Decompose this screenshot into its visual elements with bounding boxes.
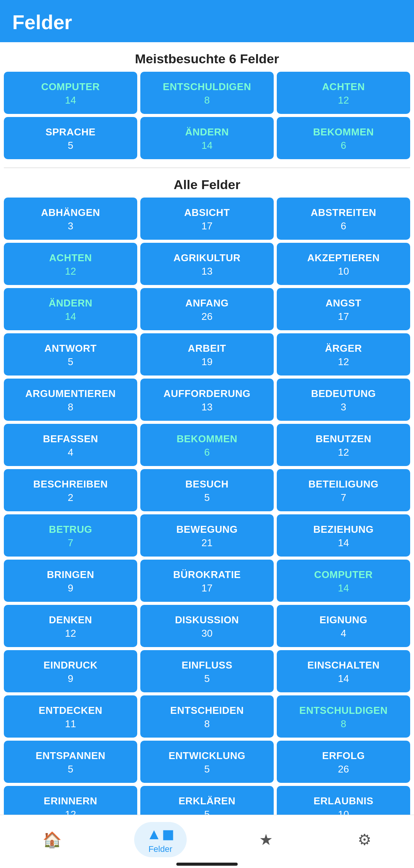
- all-fields-grid: ABHÄNGEN 3 ABSICHT 17 ABSTREITEN 6 ACHTE…: [4, 198, 410, 868]
- nav-favorites[interactable]: ★: [247, 828, 285, 852]
- field-btn[interactable]: ARGUMENTIEREN 8: [4, 379, 137, 421]
- field-label: ARGUMENTIEREN: [25, 388, 116, 400]
- field-btn[interactable]: COMPUTER 14: [277, 560, 410, 602]
- field-count: 5: [68, 140, 73, 152]
- field-count: 26: [338, 763, 349, 775]
- top-field-btn[interactable]: BEKOMMEN 6: [277, 117, 410, 159]
- field-btn[interactable]: ÄNDERN 14: [4, 288, 137, 330]
- field-label: BETEILIGUNG: [308, 478, 378, 490]
- field-btn[interactable]: ENTSCHEIDEN 8: [140, 695, 274, 738]
- field-count: 9: [68, 673, 73, 685]
- field-count: 14: [338, 537, 349, 549]
- field-label: AGRIKULTUR: [174, 252, 241, 264]
- top-section: Meistbesuchte 6 Felder COMPUTER 14 ENTSC…: [0, 42, 414, 163]
- field-btn[interactable]: BETRUG 7: [4, 514, 137, 557]
- field-btn[interactable]: BEZIEHUNG 14: [277, 514, 410, 557]
- field-count: 26: [202, 311, 213, 323]
- field-label: AUFFORDERUNG: [164, 388, 251, 400]
- field-label: BETRUG: [49, 524, 92, 535]
- field-label: EINDRUCK: [43, 659, 97, 671]
- field-label: BEZIEHUNG: [313, 524, 374, 535]
- field-btn[interactable]: DENKEN 12: [4, 605, 137, 647]
- field-btn[interactable]: ENTSPANNEN 5: [4, 741, 137, 783]
- field-count: 6: [204, 446, 210, 458]
- bottom-indicator: [176, 863, 238, 866]
- field-label: ERLAUBNIS: [314, 795, 373, 807]
- nav-felder[interactable]: ▲◼ Felder: [134, 822, 187, 857]
- field-btn[interactable]: BRINGEN 9: [4, 560, 137, 602]
- field-label: ENTSPANNEN: [36, 750, 105, 762]
- field-count: 5: [204, 492, 210, 504]
- field-count: 14: [65, 311, 76, 323]
- field-btn[interactable]: ANGST 17: [277, 288, 410, 330]
- field-btn[interactable]: BETEILIGUNG 7: [277, 469, 410, 511]
- field-btn[interactable]: AGRIKULTUR 13: [140, 243, 274, 285]
- field-btn[interactable]: BÜROKRATIE 17: [140, 560, 274, 602]
- all-section: Alle Felder ABHÄNGEN 3 ABSICHT 17 ABSTRE…: [0, 168, 414, 868]
- field-label: BÜROKRATIE: [173, 569, 241, 581]
- field-count: 4: [68, 446, 73, 458]
- top-field-btn[interactable]: ÄNDERN 14: [140, 117, 274, 159]
- field-btn[interactable]: EIGNUNG 4: [277, 605, 410, 647]
- field-btn[interactable]: DISKUSSION 30: [140, 605, 274, 647]
- field-btn[interactable]: BESUCH 5: [140, 469, 274, 511]
- field-btn[interactable]: ARBEIT 19: [140, 333, 274, 376]
- field-label: COMPUTER: [314, 569, 373, 581]
- field-btn[interactable]: BESCHREIBEN 2: [4, 469, 137, 511]
- field-label: ÄRGER: [325, 343, 362, 354]
- field-btn[interactable]: ABSTREITEN 6: [277, 198, 410, 240]
- field-count: 10: [338, 265, 349, 277]
- field-btn[interactable]: EINSCHALTEN 14: [277, 650, 410, 692]
- field-btn[interactable]: ANTWORT 5: [4, 333, 137, 376]
- field-btn[interactable]: ABSICHT 17: [140, 198, 274, 240]
- field-btn[interactable]: BEWEGUNG 21: [140, 514, 274, 557]
- field-label: ENTSCHULDIGEN: [163, 81, 251, 93]
- field-label: ACHTEN: [49, 252, 92, 264]
- field-btn[interactable]: ENTSCHULDIGEN 8: [277, 695, 410, 738]
- top-section-title: Meistbesuchte 6 Felder: [4, 42, 410, 72]
- top-fields-grid: COMPUTER 14 ENTSCHULDIGEN 8 ACHTEN 12 SP…: [4, 72, 410, 159]
- field-count: 7: [68, 537, 73, 549]
- field-btn[interactable]: ÄRGER 12: [277, 333, 410, 376]
- field-btn[interactable]: AUFFORDERUNG 13: [140, 379, 274, 421]
- bottom-nav: 🏠 ▲◼ Felder ★ ⚙: [0, 815, 414, 868]
- field-label: BRINGEN: [47, 569, 94, 581]
- top-field-btn[interactable]: ACHTEN 12: [277, 72, 410, 114]
- field-label: ERFOLG: [322, 750, 365, 762]
- field-count: 13: [202, 265, 213, 277]
- field-count: 12: [65, 628, 76, 639]
- field-label: ERKLÄREN: [179, 795, 235, 807]
- top-field-btn[interactable]: SPRACHE 5: [4, 117, 137, 159]
- field-label: BEKOMMEN: [313, 126, 374, 138]
- field-btn[interactable]: ABHÄNGEN 3: [4, 198, 137, 240]
- field-label: ENTSCHULDIGEN: [299, 705, 388, 716]
- field-btn[interactable]: AKZEPTIEREN 10: [277, 243, 410, 285]
- field-label: BEKOMMEN: [177, 433, 238, 445]
- field-btn[interactable]: BENUTZEN 12: [277, 424, 410, 466]
- field-btn[interactable]: BEDEUTUNG 3: [277, 379, 410, 421]
- top-field-btn[interactable]: ENTSCHULDIGEN 8: [140, 72, 274, 114]
- field-count: 3: [341, 401, 346, 413]
- field-btn[interactable]: EINDRUCK 9: [4, 650, 137, 692]
- field-btn[interactable]: EINFLUSS 5: [140, 650, 274, 692]
- top-field-btn[interactable]: COMPUTER 14: [4, 72, 137, 114]
- field-label: ENTDECKEN: [39, 705, 102, 716]
- field-btn[interactable]: ACHTEN 12: [4, 243, 137, 285]
- field-count: 17: [202, 220, 213, 232]
- field-count: 6: [341, 140, 346, 152]
- field-count: 14: [338, 582, 349, 594]
- field-count: 12: [65, 265, 76, 277]
- field-count: 17: [338, 311, 349, 323]
- field-count: 30: [202, 628, 213, 639]
- field-count: 14: [202, 140, 213, 152]
- field-btn[interactable]: ERFOLG 26: [277, 741, 410, 783]
- field-label: BEWEGUNG: [176, 524, 238, 535]
- field-btn[interactable]: ENTDECKEN 11: [4, 695, 137, 738]
- field-btn[interactable]: BEFASSEN 4: [4, 424, 137, 466]
- field-label: BESCHREIBEN: [33, 478, 108, 490]
- field-btn[interactable]: ANFANG 26: [140, 288, 274, 330]
- field-btn[interactable]: ENTWICKLUNG 5: [140, 741, 274, 783]
- nav-settings[interactable]: ⚙: [345, 828, 384, 852]
- field-btn[interactable]: BEKOMMEN 6: [140, 424, 274, 466]
- nav-home[interactable]: 🏠: [30, 828, 74, 852]
